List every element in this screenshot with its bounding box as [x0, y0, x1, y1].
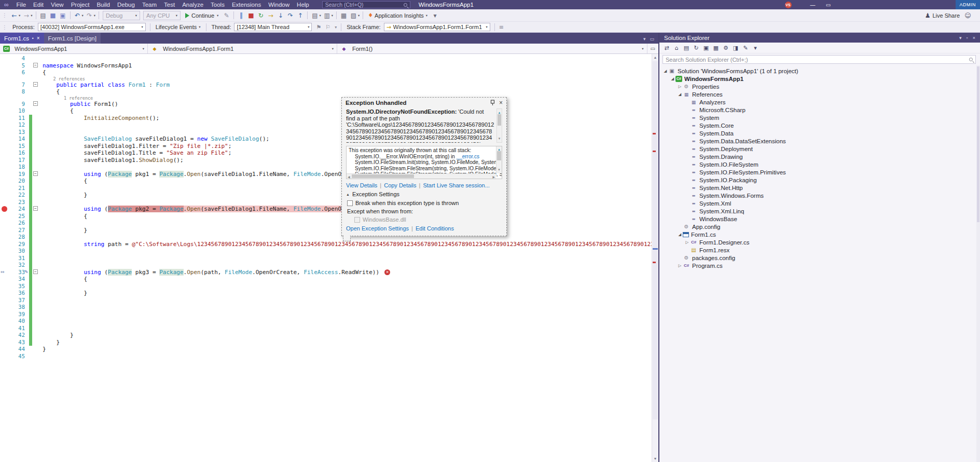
breakpoint-margin[interactable]: [0, 129, 9, 136]
apply-code-changes-icon[interactable]: ✎: [222, 10, 231, 21]
tree-item-packages-config[interactable]: ⚙packages.config: [659, 254, 976, 262]
menu-help[interactable]: Help: [293, 2, 313, 8]
stack-frame[interactable]: System.IO.FileStream.Init(string, System…: [349, 159, 494, 166]
link-view-details[interactable]: View Details: [346, 182, 377, 188]
stack-frame-dropdown[interactable]: →WindowsFormsApp1.Form1.Form1 ▾: [384, 23, 490, 31]
tree-item-form1-designer-cs[interactable]: ▷C#Form1.Designer.cs: [659, 238, 976, 246]
tree-item-program-cs[interactable]: ▷C#Program.cs: [659, 262, 976, 269]
breakpoint-margin[interactable]: [0, 199, 9, 206]
fold-margin[interactable]: −: [32, 81, 39, 89]
fold-margin[interactable]: −: [32, 171, 39, 178]
code-line[interactable]: 39: [0, 311, 652, 318]
scroll-down-arrow-icon[interactable]: ▼: [497, 135, 502, 142]
breakpoint-margin[interactable]: [0, 101, 9, 108]
toolbar-overflow-icon[interactable]: ▾: [430, 10, 440, 21]
breakpoint-margin[interactable]: [0, 332, 9, 339]
scrollbar-thumb[interactable]: [498, 114, 501, 126]
collapsed-arrow-icon[interactable]: ▷: [677, 84, 683, 89]
code-line[interactable]: 22 }: [0, 192, 652, 199]
pin-icon[interactable]: ▫: [967, 35, 968, 40]
code-line[interactable]: 5−namespace WindowsFormsApp1: [0, 62, 652, 70]
breakpoint-margin[interactable]: [0, 192, 9, 199]
collapse-region-icon[interactable]: −: [33, 269, 38, 274]
code-line[interactable]: 9− public Form1(): [0, 101, 652, 108]
code-line[interactable]: 17 saveFileDialog1.ShowDialog();: [0, 157, 652, 164]
collapse-region-icon[interactable]: −: [33, 63, 38, 67]
tree-item-system-deployment[interactable]: ▬System.Deployment: [659, 145, 976, 153]
show-all-files-icon[interactable]: ▦: [712, 45, 720, 51]
tab-form1-cs[interactable]: Form1.cs▪×: [0, 33, 44, 44]
code-line[interactable]: 18: [0, 164, 652, 171]
configuration-dropdown[interactable]: Debug▾: [103, 11, 140, 20]
breakpoint-margin[interactable]: [0, 255, 9, 262]
code-line[interactable]: 40: [0, 318, 652, 325]
breakpoint-margin[interactable]: [0, 318, 9, 325]
process-dropdown[interactable]: [40032] WindowsFormsApp1.exe ▾: [38, 23, 146, 31]
scroll-right-arrow-icon[interactable]: ▶: [492, 174, 495, 179]
code-line[interactable]: 14 SaveFileDialog saveFileDialog1 = new …: [0, 135, 652, 143]
collapse-all-icon[interactable]: ▣: [702, 45, 710, 51]
breakpoint-icon[interactable]: [2, 206, 7, 212]
breakpoint-margin[interactable]: [0, 290, 9, 297]
editor-split-icon[interactable]: ▭: [647, 44, 658, 53]
save-icon[interactable]: ■: [48, 10, 58, 21]
stack-horizontal-scrollbar[interactable]: ◀ ▶: [347, 173, 496, 179]
nav-back-icon[interactable]: ←▾: [9, 10, 21, 21]
float-window-icon[interactable]: ▭: [650, 36, 654, 42]
breakpoint-margin[interactable]: [0, 143, 9, 150]
menu-edit[interactable]: Edit: [30, 2, 47, 8]
code-line[interactable]: 36 }: [0, 290, 652, 297]
breakpoint-margin[interactable]: [0, 164, 9, 171]
tree-item-properties[interactable]: ▷⚙Properties: [659, 83, 976, 90]
break-when-thrown-checkbox[interactable]: Break when this exception type is thrown: [347, 200, 502, 206]
code-line[interactable]: 16 saveFileDialog1.Title = "Save an zip …: [0, 150, 652, 157]
link-start-live-share-session[interactable]: Start Live Share session...: [423, 182, 489, 188]
stack-vertical-scrollbar[interactable]: ▲ ▼: [496, 146, 502, 173]
restart-icon[interactable]: ↻: [256, 10, 266, 21]
fold-margin[interactable]: −: [32, 206, 39, 213]
solution-search-input[interactable]: Search Solution Explorer (Ctrl+;): [662, 55, 976, 64]
close-icon[interactable]: ×: [37, 35, 40, 41]
scroll-left-arrow-icon[interactable]: ◀: [348, 174, 350, 179]
breakpoint-margin[interactable]: [0, 150, 9, 157]
breakpoint-margin[interactable]: [0, 339, 9, 346]
tree-item-analyzers[interactable]: ▦Analyzers: [659, 98, 976, 106]
breakpoint-margin[interactable]: [0, 88, 9, 96]
code-line[interactable]: 35: [0, 283, 652, 290]
checkbox-icon[interactable]: [347, 200, 353, 206]
code-line[interactable]: ⇔33✎− using (Package pkg3 = Package.Open…: [0, 269, 652, 276]
code-line[interactable]: 10 {: [0, 107, 652, 115]
window-options-chevron-icon[interactable]: ▾: [959, 35, 962, 40]
tree-item-system-io-packaging[interactable]: ▬System.IO.Packaging: [659, 176, 976, 184]
menu-analyze[interactable]: Analyze: [178, 2, 207, 8]
lifecycle-events-dropdown[interactable]: Lifecycle Events ▾: [153, 24, 204, 30]
code-line[interactable]: 27 }: [0, 227, 652, 234]
code-line[interactable]: 26: [0, 220, 652, 227]
panel-overflow-chevron-icon[interactable]: ▾: [751, 45, 760, 51]
breakpoint-margin[interactable]: [0, 248, 9, 255]
step-into-icon[interactable]: ↓: [275, 10, 285, 21]
code-line[interactable]: 44}: [0, 346, 652, 353]
menu-extensions[interactable]: Extensions: [228, 2, 265, 8]
code-line[interactable]: 6{: [0, 69, 652, 76]
code-line[interactable]: 37: [0, 297, 652, 304]
expanded-arrow-icon[interactable]: ◢: [670, 76, 675, 81]
save-all-icon[interactable]: ▣: [58, 10, 68, 21]
collapse-region-icon[interactable]: −: [33, 206, 38, 211]
scroll-up-arrow-icon[interactable]: ▲: [652, 54, 658, 61]
output-window-icon[interactable]: ▤▾: [310, 10, 322, 21]
breakpoint-margin[interactable]: [0, 157, 9, 164]
code-line[interactable]: 4: [0, 55, 652, 62]
flag-outline-icon[interactable]: ⚐: [323, 24, 333, 31]
breakpoint-margin[interactable]: [0, 115, 9, 122]
scroll-down-arrow-icon[interactable]: ▼: [496, 167, 502, 173]
breakpoint-margin[interactable]: [0, 353, 9, 360]
collapsed-arrow-icon[interactable]: ▷: [677, 263, 683, 268]
close-icon[interactable]: ×: [973, 35, 975, 40]
quick-search-input[interactable]: Search (Ctrl+Q): [322, 1, 410, 8]
breakpoint-margin[interactable]: [0, 96, 9, 101]
events-icon[interactable]: ▧▾: [349, 10, 361, 21]
code-line[interactable]: 8 {: [0, 88, 652, 96]
collapse-region-icon[interactable]: −: [33, 101, 38, 106]
windowsbase-checkbox[interactable]: WindowsBase.dll: [354, 216, 502, 223]
